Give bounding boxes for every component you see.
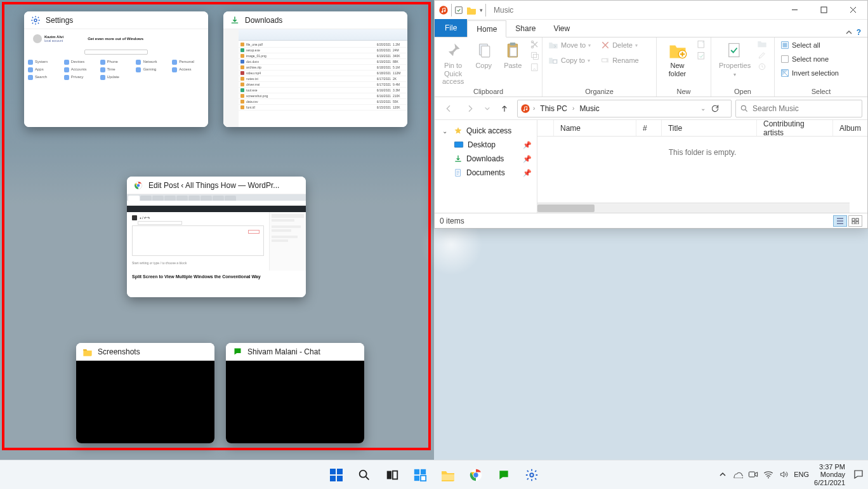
svg-rect-12 (510, 48, 517, 57)
onedrive-icon[interactable] (732, 471, 743, 478)
col-name[interactable]: Name (554, 120, 636, 136)
snap-thumb-settings[interactable]: Settings Kazim Alvi local account Get ev… (24, 11, 208, 127)
maximize-button[interactable] (809, 1, 838, 20)
tab-view[interactable]: View (544, 20, 579, 37)
svg-point-5 (444, 10, 446, 12)
taskbar-clock[interactable]: 3:37 PM Monday 6/21/2021 (814, 463, 848, 487)
chrome-button[interactable] (463, 462, 489, 488)
close-button[interactable] (838, 1, 867, 20)
widgets-button[interactable] (407, 462, 433, 488)
easy-access-icon[interactable] (697, 51, 707, 60)
settings-button[interactable] (519, 462, 544, 488)
properties-button[interactable]: Properties▾ (715, 39, 754, 79)
view-details-button[interactable] (833, 215, 847, 227)
invert-selection-button[interactable]: Invert selection (779, 67, 841, 79)
file-list[interactable]: Name # Title Contributing artists Album … (537, 120, 867, 213)
ribbon-collapse-icon[interactable] (845, 29, 853, 36)
edit-icon[interactable] (757, 51, 767, 60)
pin-icon: 📌 (523, 169, 532, 177)
chat-button[interactable] (491, 462, 516, 488)
col-title[interactable]: Title (662, 120, 757, 136)
tab-file[interactable]: File (435, 19, 467, 37)
download-icon (454, 154, 463, 163)
svg-rect-28 (782, 56, 789, 63)
svg-rect-37 (852, 218, 855, 221)
open-icon[interactable] (757, 39, 767, 48)
folder-icon (82, 347, 93, 357)
column-headers[interactable]: Name # Title Contributing artists Album (537, 120, 867, 137)
file-explorer-button[interactable] (435, 462, 461, 488)
nav-documents[interactable]: Documents 📌 (437, 166, 534, 180)
settings-preview: Kazim Alvi local account Get even more o… (24, 29, 208, 127)
minimize-button[interactable] (780, 1, 809, 20)
nav-forward-button[interactable] (461, 100, 479, 117)
navigation-pane[interactable]: ⌄ Quick access Desktop 📌 Downloads 📌 Doc… (435, 120, 537, 213)
wifi-icon[interactable] (763, 470, 773, 479)
svg-rect-23 (698, 52, 704, 59)
snap-thumb-chrome[interactable]: Edit Post ‹ All Things How — WordPr... +… (127, 177, 306, 297)
tray-overflow-icon[interactable] (719, 471, 727, 478)
paste-shortcut-icon[interactable] (530, 62, 540, 72)
nav-recent-dropdown[interactable] (483, 100, 492, 117)
qat-save-icon[interactable] (454, 6, 463, 15)
col-album[interactable]: Album (833, 120, 867, 136)
copy-to-button[interactable]: Copy to▾ (546, 55, 593, 66)
nav-back-button[interactable] (440, 100, 457, 117)
col-artists[interactable]: Contributing artists (757, 120, 833, 136)
taskbar[interactable]: ENG 3:37 PM Monday 6/21/2021 (0, 460, 868, 489)
select-none-button[interactable]: Select none (779, 53, 841, 65)
paste-button[interactable]: Paste (499, 39, 526, 71)
start-button[interactable] (324, 462, 349, 488)
address-dropdown-icon[interactable]: ⌄ (698, 105, 708, 112)
select-all-button[interactable]: Select all (779, 39, 841, 51)
history-icon[interactable] (757, 62, 767, 71)
group-label-select: Select (779, 87, 864, 95)
copy-button[interactable]: Copy (470, 39, 497, 71)
refresh-button[interactable] (711, 104, 728, 113)
crumb-thispc[interactable]: This PC (537, 103, 570, 114)
nav-quick-access[interactable]: ⌄ Quick access (437, 124, 534, 138)
qat-dropdown-icon[interactable]: ▾ (480, 7, 483, 13)
horizontal-scrollbar[interactable] (537, 203, 850, 213)
qat-folder-icon[interactable] (466, 6, 477, 15)
copy-path-icon[interactable] (530, 51, 540, 61)
tab-share[interactable]: Share (506, 20, 544, 37)
pin-icon: 📌 (523, 155, 532, 163)
language-indicator[interactable]: ENG (794, 471, 809, 478)
svg-rect-9 (482, 46, 490, 57)
volume-icon[interactable] (779, 470, 789, 479)
move-to-button[interactable]: Move to▾ (546, 39, 593, 51)
nav-downloads[interactable]: Downloads 📌 (437, 152, 534, 166)
group-label-open: Open (715, 87, 770, 95)
task-view-button[interactable] (379, 462, 405, 488)
new-folder-button[interactable]: New folder (661, 39, 694, 79)
new-item-icon[interactable] (697, 39, 707, 48)
tab-home[interactable]: Home (467, 20, 506, 37)
search-box[interactable]: Search Music (735, 100, 862, 117)
settings-icon (30, 15, 41, 25)
address-bar[interactable]: › This PC › Music ⌄ (517, 100, 732, 117)
help-icon[interactable]: ? (857, 28, 861, 37)
svg-rect-42 (337, 469, 343, 474)
svg-point-4 (442, 11, 444, 13)
rename-button[interactable]: Rename (599, 55, 641, 66)
titlebar[interactable]: ▾ Music (435, 1, 867, 20)
cut-icon[interactable] (530, 39, 540, 50)
meet-now-icon[interactable] (748, 470, 758, 479)
view-large-icons-button[interactable] (848, 215, 862, 227)
svg-point-3 (439, 6, 447, 14)
crumb-music[interactable]: Music (577, 103, 602, 114)
svg-point-55 (530, 473, 534, 477)
pin-quick-access-button[interactable]: Pin to Quick access (438, 39, 468, 87)
search-button[interactable] (352, 462, 377, 488)
snap-thumb-chat[interactable]: Shivam Malani - Chat (226, 343, 364, 443)
nav-up-button[interactable] (496, 100, 513, 117)
empty-folder-message: This folder is empty. (537, 137, 867, 157)
nav-desktop[interactable]: Desktop 📌 (437, 138, 534, 152)
snap-thumb-screenshots[interactable]: Screenshots (76, 343, 214, 443)
col-num[interactable]: # (636, 120, 662, 136)
notifications-button[interactable] (853, 469, 864, 480)
delete-button[interactable]: Delete▾ (599, 39, 641, 51)
snap-thumb-downloads[interactable]: Downloads file_one.pdf6/20/20211.2M setu… (223, 11, 407, 127)
svg-rect-46 (387, 471, 391, 479)
